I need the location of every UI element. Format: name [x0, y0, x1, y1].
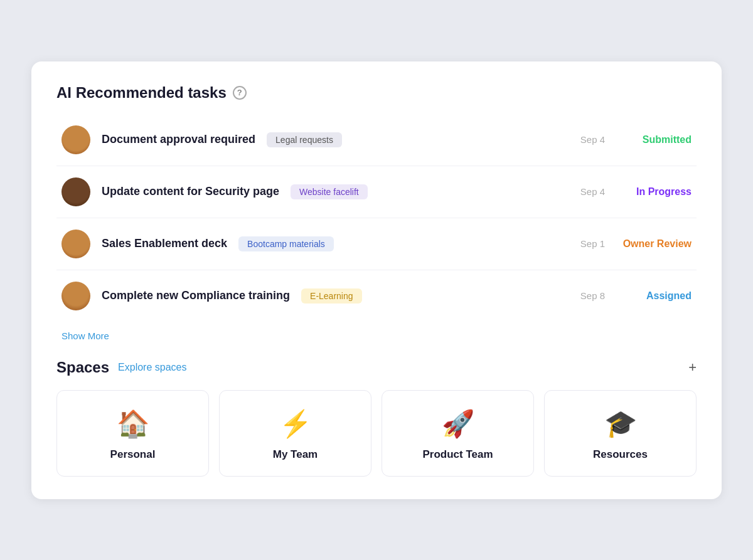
task-row[interactable]: Sales Enablement deckBootcamp materialsS…: [56, 218, 697, 270]
task-status: Owner Review: [616, 238, 692, 250]
avatar: [61, 230, 90, 258]
task-row[interactable]: Document approval requiredLegal requests…: [56, 114, 697, 166]
space-card-product-team[interactable]: 🚀Product Team: [382, 390, 534, 477]
spaces-header: Spaces Explore spaces +: [56, 359, 697, 376]
task-tag: Website facelift: [291, 184, 368, 199]
space-label-personal: Personal: [110, 448, 156, 461]
ai-tasks-title: AI Recommended tasks: [56, 84, 227, 102]
space-icon-product-team: 🚀: [442, 411, 474, 437]
task-list: Document approval requiredLegal requests…: [56, 114, 697, 322]
task-tag: E-Learning: [301, 288, 362, 304]
explore-spaces-link[interactable]: Explore spaces: [118, 362, 186, 373]
task-name: Sales Enablement deck: [102, 237, 227, 250]
task-row[interactable]: Complete new Compliance trainingE-Learni…: [56, 270, 697, 322]
avatar: [61, 282, 90, 310]
space-label-my-team: My Team: [273, 448, 318, 461]
task-tag: Legal requests: [267, 132, 342, 147]
help-icon[interactable]: ?: [233, 86, 247, 100]
space-icon-resources: 🎓: [604, 411, 637, 437]
task-date: Sep 4: [580, 134, 605, 145]
main-card: AI Recommended tasks ? Document approval…: [31, 61, 722, 499]
task-tag: Bootcamp materials: [238, 236, 334, 251]
space-card-resources[interactable]: 🎓Resources: [544, 390, 697, 477]
section-title-ai-tasks: AI Recommended tasks ?: [56, 84, 697, 102]
spaces-grid: 🏠Personal⚡My Team🚀Product Team🎓Resources: [56, 390, 697, 477]
task-name: Complete new Compliance training: [102, 289, 290, 302]
space-card-my-team[interactable]: ⚡My Team: [219, 390, 371, 477]
task-status: Assigned: [616, 290, 692, 302]
task-date: Sep 8: [580, 290, 605, 301]
space-icon-personal: 🏠: [117, 411, 149, 437]
add-space-button[interactable]: +: [688, 361, 697, 374]
task-status: Submitted: [616, 134, 692, 145]
task-row[interactable]: Update content for Security pageWebsite …: [56, 166, 697, 218]
task-date: Sep 4: [580, 186, 605, 197]
show-more-link[interactable]: Show More: [61, 330, 109, 341]
avatar: [61, 177, 90, 206]
space-label-resources: Resources: [593, 448, 648, 461]
space-label-product-team: Product Team: [422, 448, 493, 461]
spaces-title: Spaces: [56, 359, 109, 376]
space-card-personal[interactable]: 🏠Personal: [56, 390, 209, 477]
task-name: Document approval required: [102, 133, 255, 146]
task-date: Sep 1: [580, 238, 605, 249]
avatar: [61, 125, 90, 154]
task-status: In Progress: [616, 186, 692, 198]
task-name: Update content for Security page: [102, 185, 279, 198]
space-icon-my-team: ⚡: [279, 411, 312, 437]
